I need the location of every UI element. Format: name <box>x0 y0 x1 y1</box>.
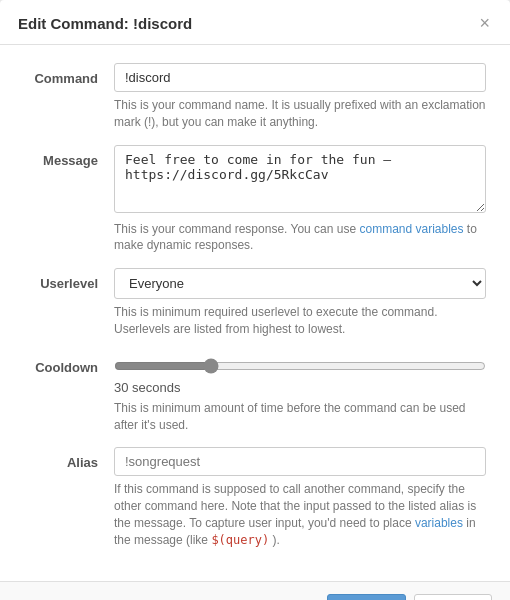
variables-link[interactable]: variables <box>415 516 463 530</box>
command-content: This is your command name. It is usually… <box>114 63 486 131</box>
command-row: Command This is your command name. It is… <box>24 63 486 131</box>
alias-input[interactable] <box>114 447 486 476</box>
message-content: This is your command response. You can u… <box>114 145 486 255</box>
userlevel-help: This is minimum required userlevel to ex… <box>114 304 486 338</box>
alias-help: If this command is supposed to call anot… <box>114 481 486 548</box>
alias-content: If this command is supposed to call anot… <box>114 447 486 548</box>
message-label: Message <box>24 145 114 168</box>
message-textarea[interactable] <box>114 145 486 213</box>
modal-body: Command This is your command name. It is… <box>0 45 510 581</box>
alias-label: Alias <box>24 447 114 470</box>
userlevel-content: Everyone Subscriber Regular Moderator Ed… <box>114 268 486 338</box>
alias-code: $(query) <box>211 533 269 547</box>
command-help: This is your command name. It is usually… <box>114 97 486 131</box>
command-label: Command <box>24 63 114 86</box>
command-input[interactable] <box>114 63 486 92</box>
cooldown-value: 30 seconds <box>114 380 486 395</box>
cooldown-label: Cooldown <box>24 352 114 375</box>
message-row: Message This is your command response. Y… <box>24 145 486 255</box>
command-variables-link[interactable]: command variables <box>359 222 463 236</box>
userlevel-label: Userlevel <box>24 268 114 291</box>
modal-title: Edit Command: !discord <box>18 15 192 32</box>
cooldown-slider[interactable] <box>114 358 486 374</box>
submit-button[interactable]: Submit <box>327 594 405 600</box>
close-button[interactable]: × <box>477 14 492 32</box>
message-help: This is your command response. You can u… <box>114 221 486 255</box>
cooldown-help: This is minimum amount of time before th… <box>114 400 486 434</box>
edit-command-modal: Edit Command: !discord × Command This is… <box>0 0 510 600</box>
cooldown-row: Cooldown 30 seconds This is minimum amou… <box>24 352 486 434</box>
alias-help-after: ). <box>269 533 280 547</box>
alias-row: Alias If this command is supposed to cal… <box>24 447 486 548</box>
message-help-before: This is your command response. You can u… <box>114 222 359 236</box>
userlevel-select[interactable]: Everyone Subscriber Regular Moderator Ed… <box>114 268 486 299</box>
modal-footer: Submit Cancel <box>0 581 510 600</box>
userlevel-row: Userlevel Everyone Subscriber Regular Mo… <box>24 268 486 338</box>
modal-header: Edit Command: !discord × <box>0 0 510 45</box>
cancel-button[interactable]: Cancel <box>414 594 492 600</box>
cooldown-content: 30 seconds This is minimum amount of tim… <box>114 352 486 434</box>
